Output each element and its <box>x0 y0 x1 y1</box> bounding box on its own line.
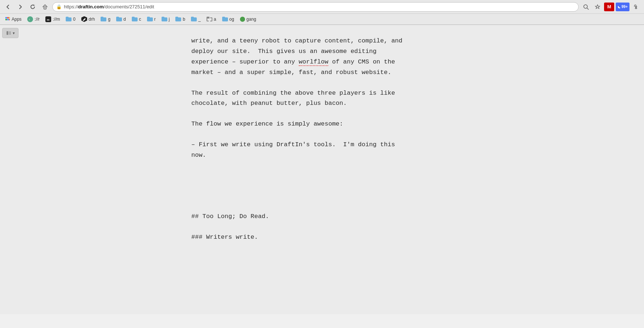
bookmark-folder-og[interactable]: og <box>220 16 236 22</box>
bookmark-underscore-label: _ <box>198 17 201 22</box>
nav-right-icons: M 99+ <box>581 2 641 12</box>
bookmark-star-icon[interactable] <box>592 2 603 12</box>
paragraph-3-text: The flow we experience is simply awesome… <box>191 120 343 127</box>
svg-rect-4 <box>7 17 9 19</box>
bookmark-d-label: d <box>123 17 126 22</box>
back-button[interactable] <box>3 2 13 12</box>
bookmark-b-label: b <box>183 17 185 22</box>
heading-2-text: ## Too Long; Do Read. <box>191 213 269 220</box>
nav-bar: 🔒 https://draftin.com/documents/272511/e… <box>0 0 644 14</box>
home-button[interactable] <box>40 2 50 12</box>
folder-icon-b <box>175 17 181 21</box>
paragraph-empty-2 <box>191 191 474 201</box>
bookmark-j-label: j <box>169 17 170 22</box>
paragraph-4-text: – First we write using DraftIn's tools. … <box>191 141 395 159</box>
heading-3-text: ### Writers write. <box>191 234 258 241</box>
phone-extension-icon[interactable]: 99+ <box>616 3 629 11</box>
search-icon[interactable] <box>581 2 591 12</box>
sidebar-dropdown-arrow: ▾ <box>13 31 15 36</box>
bookmark-drh[interactable]: drh <box>79 16 97 23</box>
bookmark-folder-0[interactable]: 0 <box>64 16 78 22</box>
paragraph-1: write, and a teeny robot to capture cont… <box>191 36 474 78</box>
bookmark-gang-label: gang <box>246 17 256 22</box>
bookmark-g-label: g <box>108 17 110 22</box>
content-area: write, and a teeny robot to capture cont… <box>22 25 644 314</box>
bookmark-gang[interactable]: gang <box>238 16 258 22</box>
paragraph-empty-1 <box>191 171 474 181</box>
bookmark-og-label: og <box>229 17 234 22</box>
paragraph-4: – First we write using DraftIn's tools. … <box>191 140 474 161</box>
bookmark-folder-a[interactable]: a <box>204 16 219 22</box>
folder-icon-c <box>132 17 138 21</box>
bookmark-folder-c[interactable]: c <box>130 16 143 22</box>
paragraph-1-text: write, and a teeny robot to capture cont… <box>191 37 403 76</box>
folder-icon-og <box>222 17 228 21</box>
bookmark-r[interactable]: r ://r <box>25 16 42 23</box>
forward-button[interactable] <box>15 2 25 12</box>
heading-2: ## Too Long; Do Read. <box>191 212 474 222</box>
bookmark-c-label: c <box>139 17 141 22</box>
bookmark-0-label: 0 <box>73 17 76 22</box>
bookmarks-bar: Apps r ://r m ://m 0 drh <box>0 14 644 25</box>
svg-rect-5 <box>9 17 10 19</box>
bookmark-folder-underscore[interactable]: _ <box>189 16 203 22</box>
bookmark-m-label: ://m <box>53 17 60 22</box>
page-body: ▾ write, and a teeny robot to capture co… <box>0 25 644 314</box>
svg-text:m: m <box>47 18 49 21</box>
favicon-r: r <box>27 16 33 22</box>
folder-dashed-icon <box>207 17 212 21</box>
svg-line-2 <box>587 8 588 9</box>
paragraph-3: The flow we experience is simply awesome… <box>191 119 474 130</box>
folder-icon-underscore <box>191 17 197 21</box>
folder-icon-g <box>101 17 106 21</box>
reload-button[interactable] <box>28 2 38 12</box>
bookmark-apps[interactable]: Apps <box>3 16 24 22</box>
bookmark-r-label: ://r <box>34 17 40 22</box>
svg-rect-3 <box>5 17 7 19</box>
favicon-m: m <box>45 16 51 22</box>
bookmark-folder-j[interactable]: j <box>159 16 172 22</box>
sidebar-toggle-button[interactable]: ▾ <box>2 28 19 38</box>
gang-dot-icon <box>240 17 245 22</box>
svg-rect-7 <box>7 19 9 20</box>
address-bar[interactable]: 🔒 https://draftin.com/documents/272511/e… <box>52 2 579 12</box>
svg-rect-8 <box>9 19 10 20</box>
ssl-lock-icon: 🔒 <box>56 4 62 9</box>
svg-rect-0 <box>44 7 46 9</box>
bookmark-folder-b[interactable]: b <box>173 16 187 22</box>
apps-label: Apps <box>12 17 21 22</box>
folder-icon-d <box>116 17 122 21</box>
pencil-icon <box>81 16 87 22</box>
document-editor[interactable]: write, and a teeny robot to capture cont… <box>170 29 496 311</box>
bookmark-folder-d[interactable]: d <box>114 16 128 22</box>
gmail-icon[interactable]: M <box>604 3 614 11</box>
misspelled-word: worlflow <box>299 58 329 66</box>
folder-icon-r2 <box>147 17 153 21</box>
folder-icon-j <box>162 17 167 21</box>
bookmark-a-label: a <box>214 17 216 22</box>
bookmark-drh-label: drh <box>89 17 95 22</box>
paragraph-2: The result of combining the above three … <box>191 88 474 109</box>
folder-icon-0 <box>66 17 72 21</box>
browser-chrome: 🔒 https://draftin.com/documents/272511/e… <box>0 0 644 25</box>
bookmark-m[interactable]: m ://m <box>43 16 62 23</box>
extension-icon[interactable] <box>631 2 641 12</box>
bookmark-r2-label: r <box>154 17 156 22</box>
heading-3: ### Writers write. <box>191 232 474 243</box>
svg-rect-6 <box>5 19 7 20</box>
bookmark-folder-g[interactable]: g <box>98 16 113 22</box>
bookmark-folder-r2[interactable]: r <box>145 16 158 22</box>
sidebar-panel: ▾ <box>0 25 22 314</box>
paragraph-2-text: The result of combining the above three … <box>191 90 395 107</box>
svg-rect-12 <box>7 31 8 35</box>
url-display: https://draftin.com/documents/272511/edi… <box>64 4 154 9</box>
